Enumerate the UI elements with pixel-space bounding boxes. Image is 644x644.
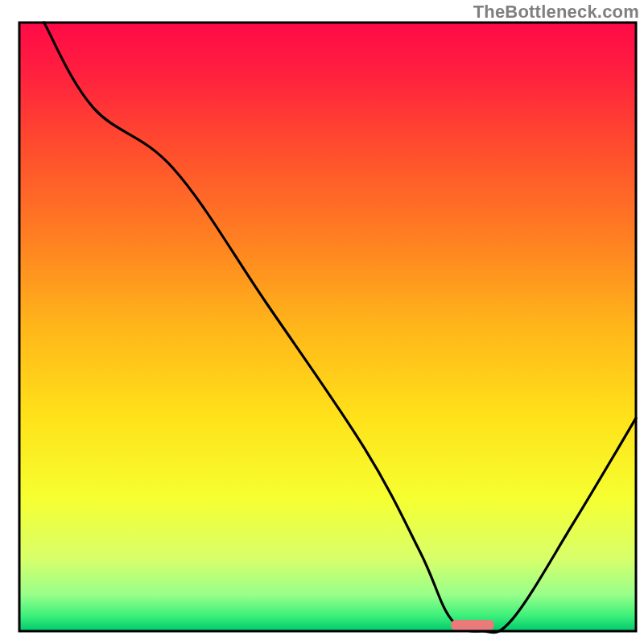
watermark-text: TheBottleneck.com: [473, 2, 639, 23]
optimum-marker: [451, 620, 494, 630]
gradient-background: [19, 23, 636, 631]
plot-area: [19, 23, 636, 633]
chart-container: TheBottleneck.com: [0, 0, 644, 644]
chart-svg: [0, 0, 644, 644]
